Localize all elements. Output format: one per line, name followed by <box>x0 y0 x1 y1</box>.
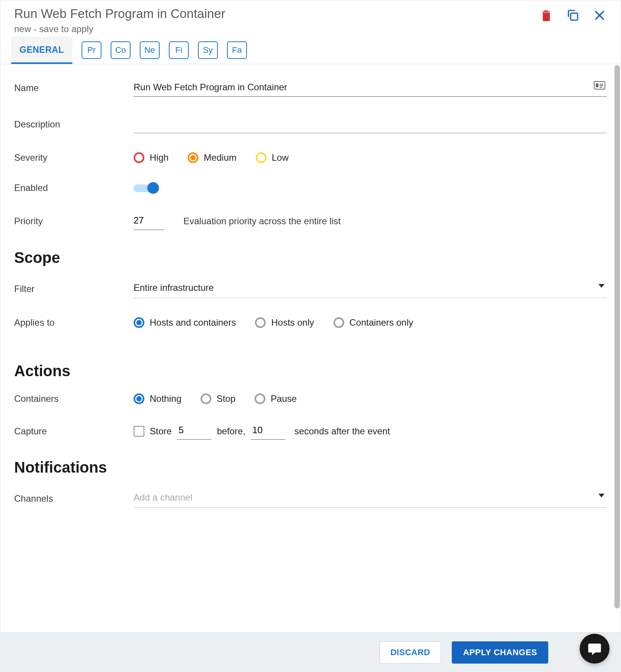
filter-select[interactable]: Entire infrastructure <box>134 280 607 298</box>
tab-general[interactable]: GENERAL <box>11 37 72 64</box>
description-label: Description <box>14 119 134 130</box>
tab-fi[interactable]: Fi <box>169 41 189 59</box>
radio-icon <box>134 393 144 404</box>
discard-button[interactable]: DISCARD <box>379 641 441 664</box>
tab-ne[interactable]: Ne <box>140 41 160 59</box>
radio-icon <box>188 152 198 163</box>
severity-radio-medium[interactable]: Medium <box>188 152 236 163</box>
containers-radio-nothing[interactable]: Nothing <box>134 393 181 404</box>
capture-before-text: before, <box>217 426 245 437</box>
radio-icon <box>134 317 144 328</box>
capture-after-text: seconds after the event <box>294 426 390 437</box>
trash-icon <box>541 9 552 22</box>
radio-icon <box>201 393 211 404</box>
channels-select[interactable]: Add a channel <box>134 490 607 508</box>
applies-to-label: Applies to <box>14 317 134 328</box>
enabled-toggle[interactable] <box>134 182 159 194</box>
capture-store-checkbox[interactable] <box>134 426 144 437</box>
copy-button[interactable] <box>566 9 579 22</box>
name-label: Name <box>14 83 134 93</box>
editor-header: Run Web Fetch Program in Container new -… <box>0 0 621 37</box>
form-content: Name Description Severity High <box>0 64 621 643</box>
containers-stop-label: Stop <box>217 393 235 404</box>
actions-heading: Actions <box>14 362 607 380</box>
radio-icon <box>255 317 266 328</box>
severity-high-label: High <box>150 152 168 163</box>
containers-radio-stop[interactable]: Stop <box>201 393 235 404</box>
chat-widget-button[interactable] <box>580 634 610 664</box>
filter-value: Entire infrastructure <box>134 282 214 293</box>
notifications-heading: Notifications <box>14 459 607 476</box>
priority-input[interactable] <box>134 213 164 230</box>
enabled-label: Enabled <box>14 183 134 193</box>
description-input[interactable] <box>134 116 607 133</box>
name-input[interactable] <box>134 80 607 97</box>
filter-label: Filter <box>14 284 134 294</box>
radio-icon <box>333 317 344 328</box>
footer-bar: DISCARD APPLY CHANGES <box>0 632 621 672</box>
tab-pr[interactable]: Pr <box>82 41 101 59</box>
close-icon <box>594 10 605 21</box>
scope-heading: Scope <box>14 249 607 266</box>
copy-icon <box>566 9 579 22</box>
radio-icon <box>134 152 144 163</box>
severity-radio-low[interactable]: Low <box>256 152 289 163</box>
applies-hosts-label: Hosts only <box>271 317 314 328</box>
applies-radio-hosts[interactable]: Hosts only <box>255 317 314 328</box>
applies-radio-both[interactable]: Hosts and containers <box>134 317 236 328</box>
capture-store-label: Store <box>150 426 172 437</box>
page-subtitle: new - save to apply <box>14 24 225 34</box>
severity-low-label: Low <box>272 152 289 163</box>
applies-radio-containers[interactable]: Containers only <box>333 317 413 328</box>
tab-bar: GENERAL Pr Co Ne Fi Sy Fa <box>0 37 621 64</box>
severity-label: Severity <box>14 152 134 163</box>
apply-changes-button[interactable]: APPLY CHANGES <box>452 641 548 664</box>
applies-containers-label: Containers only <box>350 317 413 328</box>
chat-icon <box>587 641 602 656</box>
severity-medium-label: Medium <box>204 152 236 163</box>
close-button[interactable] <box>594 10 605 21</box>
id-card-icon[interactable] <box>594 81 605 92</box>
chevron-down-icon <box>598 284 605 288</box>
svg-rect-0 <box>570 13 577 20</box>
containers-nothing-label: Nothing <box>150 393 181 404</box>
radio-icon <box>255 393 265 404</box>
tab-co[interactable]: Co <box>111 41 131 59</box>
containers-pause-label: Pause <box>271 393 297 404</box>
priority-hint: Evaluation priority across the entire li… <box>183 216 341 227</box>
channels-placeholder: Add a channel <box>134 492 192 502</box>
page-title: Run Web Fetch Program in Container <box>14 6 225 22</box>
capture-before-input[interactable] <box>177 423 211 440</box>
capture-after-input[interactable] <box>251 423 285 440</box>
capture-label: Capture <box>14 426 134 437</box>
severity-radio-high[interactable]: High <box>134 152 168 163</box>
priority-label: Priority <box>14 216 134 227</box>
scrollbar[interactable] <box>614 65 620 608</box>
containers-radio-pause[interactable]: Pause <box>255 393 297 404</box>
containers-label: Containers <box>14 393 134 404</box>
tab-fa[interactable]: Fa <box>227 41 247 59</box>
svg-rect-2 <box>596 83 598 87</box>
tab-sy[interactable]: Sy <box>198 41 218 59</box>
chevron-down-icon <box>598 494 605 497</box>
radio-icon <box>256 152 266 163</box>
channels-label: Channels <box>14 493 134 504</box>
applies-both-label: Hosts and containers <box>150 317 236 328</box>
delete-button[interactable] <box>541 9 552 22</box>
